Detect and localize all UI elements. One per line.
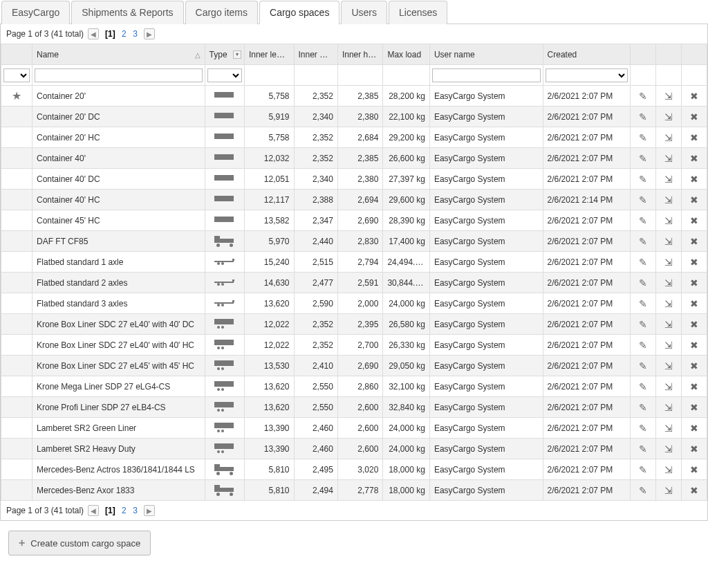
edit-button[interactable]: ✎ xyxy=(635,194,651,205)
edit-button[interactable]: ✎ xyxy=(635,423,651,434)
delete-button[interactable]: ✖ xyxy=(686,174,702,185)
edit-button[interactable]: ✎ xyxy=(635,381,651,392)
pager-next-button[interactable]: ▶ xyxy=(144,505,155,516)
col-favorite[interactable] xyxy=(1,44,32,65)
delete-button[interactable]: ✖ xyxy=(686,194,702,205)
cell-hei: 2,830 xyxy=(337,231,382,252)
copy-button[interactable]: ⇲ xyxy=(660,215,677,226)
delete-button[interactable]: ✖ xyxy=(686,153,702,164)
cell-len: 14,630 xyxy=(244,273,294,293)
edit-button[interactable]: ✎ xyxy=(635,111,651,122)
delete-button[interactable]: ✖ xyxy=(686,298,702,309)
delete-button[interactable]: ✖ xyxy=(686,464,702,475)
edit-button[interactable]: ✎ xyxy=(635,236,651,247)
table-row: Lamberet SR2 Green Liner13,3902,4602,600… xyxy=(1,418,707,439)
copy-button[interactable]: ⇲ xyxy=(660,174,677,185)
filter-favorite[interactable] xyxy=(3,68,30,82)
edit-button[interactable]: ✎ xyxy=(635,298,651,309)
edit-button[interactable]: ✎ xyxy=(635,153,651,164)
copy-button[interactable]: ⇲ xyxy=(660,111,677,122)
copy-button[interactable]: ⇲ xyxy=(660,485,677,496)
edit-button[interactable]: ✎ xyxy=(635,402,651,413)
cell-user: EasyCargo System xyxy=(429,86,543,107)
delete-button[interactable]: ✖ xyxy=(686,360,702,371)
copy-button[interactable]: ⇲ xyxy=(660,153,677,164)
col-name[interactable]: Name△ xyxy=(32,44,205,65)
col-type[interactable]: Type▾ xyxy=(205,44,244,65)
copy-button[interactable]: ⇲ xyxy=(660,360,677,371)
copy-button[interactable]: ⇲ xyxy=(660,423,677,434)
delete-button[interactable]: ✖ xyxy=(686,132,702,143)
col-inner-height[interactable]: Inner height xyxy=(337,44,382,65)
edit-button[interactable]: ✎ xyxy=(635,319,651,330)
tab-shipments-reports[interactable]: Shipments & Reports xyxy=(71,1,183,24)
col-user-name[interactable]: User name xyxy=(429,44,543,65)
filter-user[interactable] xyxy=(432,68,541,82)
copy-button[interactable]: ⇲ xyxy=(660,132,677,143)
tab-users[interactable]: Users xyxy=(341,1,387,24)
copy-button[interactable]: ⇲ xyxy=(660,464,677,475)
cell-load: 24,000 kg xyxy=(383,439,430,459)
edit-button[interactable]: ✎ xyxy=(635,277,651,288)
filter-type[interactable] xyxy=(207,68,242,82)
copy-button[interactable]: ⇲ xyxy=(660,381,677,392)
delete-button[interactable]: ✖ xyxy=(686,277,702,288)
pager-next-button[interactable]: ▶ xyxy=(144,28,155,39)
page-1[interactable]: [1] xyxy=(103,506,118,515)
star-icon[interactable]: ★ xyxy=(12,90,21,102)
edit-button[interactable]: ✎ xyxy=(635,340,651,351)
edit-button[interactable]: ✎ xyxy=(635,360,651,371)
delete-button[interactable]: ✖ xyxy=(686,236,702,247)
edit-button[interactable]: ✎ xyxy=(635,485,651,496)
copy-button[interactable]: ⇲ xyxy=(660,277,677,288)
col-inner-width[interactable]: Inner width xyxy=(294,44,337,65)
col-max-load[interactable]: Max load xyxy=(383,44,430,65)
copy-button[interactable]: ⇲ xyxy=(660,194,677,205)
copy-button[interactable]: ⇲ xyxy=(660,443,677,454)
col-created[interactable]: Created xyxy=(543,44,631,65)
filter-created[interactable] xyxy=(546,68,628,82)
edit-button[interactable]: ✎ xyxy=(635,443,651,454)
create-cargo-space-button[interactable]: + Create custom cargo space xyxy=(8,531,151,555)
page-3[interactable]: 3 xyxy=(131,506,140,515)
delete-button[interactable]: ✖ xyxy=(686,443,702,454)
copy-button[interactable]: ⇲ xyxy=(660,91,677,102)
pager-prev-button[interactable]: ◀ xyxy=(88,505,99,516)
delete-button[interactable]: ✖ xyxy=(686,111,702,122)
delete-button[interactable]: ✖ xyxy=(686,402,702,413)
copy-button[interactable]: ⇲ xyxy=(660,257,677,268)
tab-easycargo[interactable]: EasyCargo xyxy=(1,1,70,24)
edit-button[interactable]: ✎ xyxy=(635,174,651,185)
filter-name[interactable] xyxy=(35,68,203,82)
delete-button[interactable]: ✖ xyxy=(686,257,702,268)
delete-button[interactable]: ✖ xyxy=(686,340,702,351)
col-inner-length[interactable]: Inner length xyxy=(244,44,294,65)
edit-button[interactable]: ✎ xyxy=(635,91,651,102)
page-2[interactable]: 2 xyxy=(120,506,129,515)
delete-button[interactable]: ✖ xyxy=(686,91,702,102)
trailer-icon xyxy=(214,421,235,432)
delete-button[interactable]: ✖ xyxy=(686,381,702,392)
delete-button[interactable]: ✖ xyxy=(686,423,702,434)
edit-button[interactable]: ✎ xyxy=(635,464,651,475)
edit-button[interactable]: ✎ xyxy=(635,257,651,268)
delete-button[interactable]: ✖ xyxy=(686,485,702,496)
page-3[interactable]: 3 xyxy=(131,29,140,39)
copy-button[interactable]: ⇲ xyxy=(660,319,677,330)
tab-licenses[interactable]: Licenses xyxy=(389,1,447,24)
chevron-down-icon[interactable]: ▾ xyxy=(233,50,241,59)
edit-button[interactable]: ✎ xyxy=(635,132,651,143)
page-2[interactable]: 2 xyxy=(120,29,129,39)
page-1[interactable]: [1] xyxy=(103,29,118,39)
delete-button[interactable]: ✖ xyxy=(686,319,702,330)
cell-name: Container 40' DC xyxy=(32,169,205,190)
copy-button[interactable]: ⇲ xyxy=(660,298,677,309)
delete-button[interactable]: ✖ xyxy=(686,215,702,226)
tab-cargo-items[interactable]: Cargo items xyxy=(185,1,258,24)
pager-prev-button[interactable]: ◀ xyxy=(88,28,99,39)
edit-button[interactable]: ✎ xyxy=(635,215,651,226)
tab-cargo-spaces[interactable]: Cargo spaces xyxy=(259,1,339,24)
copy-button[interactable]: ⇲ xyxy=(660,236,677,247)
copy-button[interactable]: ⇲ xyxy=(660,402,677,413)
copy-button[interactable]: ⇲ xyxy=(660,340,677,351)
